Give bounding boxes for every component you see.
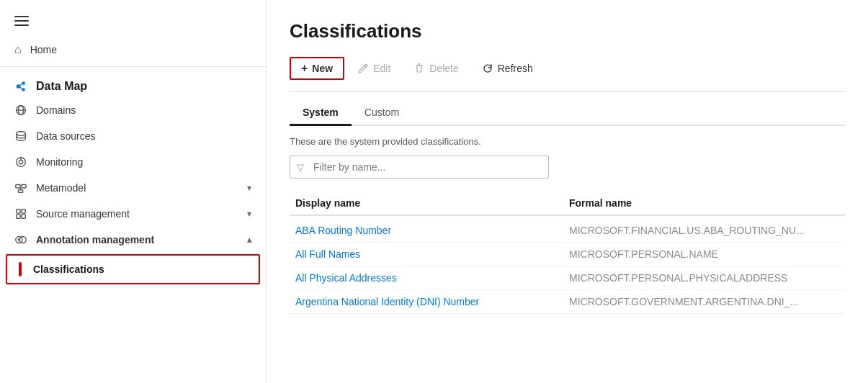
- filter-input[interactable]: [290, 156, 549, 179]
- svg-rect-18: [17, 215, 20, 218]
- data-sources-label: Data sources: [36, 130, 95, 142]
- sidebar-item-home[interactable]: ⌂ Home: [0, 36, 266, 67]
- sidebar-item-data-sources[interactable]: Data sources: [0, 123, 266, 149]
- row-3-formal: MICROSOFT.GOVERNMENT.ARGENTINA.DNI_...: [563, 296, 845, 307]
- table-header: Display name Formal name: [290, 192, 845, 216]
- sidebar-item-source-management[interactable]: Source management ▾: [0, 201, 266, 227]
- tab-custom-label: Custom: [364, 107, 399, 118]
- domains-icon: [14, 104, 27, 117]
- domains-label: Domains: [36, 104, 76, 116]
- active-indicator: [19, 262, 22, 276]
- svg-line-3: [20, 84, 22, 86]
- svg-rect-16: [17, 209, 20, 213]
- sidebar-datamap-label: Data Map: [36, 80, 87, 93]
- sidebar-item-metamodel[interactable]: Metamodel ▾: [0, 175, 266, 201]
- col-formal-name: Formal name: [563, 197, 845, 209]
- edit-icon: [357, 63, 369, 74]
- description-text: These are the system provided classifica…: [290, 136, 845, 147]
- classifications-active-label: Classifications: [33, 263, 104, 275]
- filter-icon: ▽: [297, 162, 304, 173]
- edit-button[interactable]: Edit: [347, 58, 401, 78]
- source-mgmt-chevron-icon: ▾: [247, 209, 251, 219]
- svg-rect-12: [16, 185, 20, 189]
- svg-point-2: [22, 88, 24, 91]
- sidebar-item-classifications-active[interactable]: Classifications: [6, 254, 260, 284]
- toolbar-divider: [290, 91, 845, 92]
- sidebar-item-monitoring[interactable]: Monitoring: [0, 149, 266, 175]
- svg-rect-19: [22, 215, 25, 218]
- new-button-label: New: [312, 63, 333, 74]
- source-management-label: Source management: [36, 208, 130, 220]
- table-row: All Physical Addresses MICROSOFT.PERSONA…: [290, 266, 845, 290]
- row-0-formal: MICROSOFT.FINANCIAL.US.ABA_ROUTING_NU...: [563, 225, 845, 236]
- table-row: Argentina National Identity (DNI) Number…: [290, 290, 845, 314]
- row-1-formal: MICROSOFT.PERSONAL.NAME: [563, 248, 845, 260]
- svg-rect-13: [22, 185, 26, 189]
- svg-rect-17: [22, 209, 25, 213]
- tab-system[interactable]: System: [290, 101, 352, 126]
- row-0-display[interactable]: ABA Routing Number: [290, 225, 563, 236]
- annotation-icon: [14, 233, 27, 246]
- refresh-button-label: Refresh: [498, 63, 533, 74]
- tab-custom[interactable]: Custom: [352, 101, 412, 126]
- svg-point-10: [19, 160, 22, 163]
- table-row: All Full Names MICROSOFT.PERSONAL.NAME: [290, 243, 845, 266]
- svg-point-21: [19, 237, 26, 243]
- datasources-icon: [14, 130, 27, 143]
- sidebar-section-datamap: Data Map: [0, 67, 266, 97]
- annotation-mgmt-chevron-icon: ▴: [247, 235, 251, 245]
- svg-rect-23: [417, 66, 421, 72]
- row-1-display[interactable]: All Full Names: [290, 248, 563, 260]
- annotation-management-label: Annotation management: [36, 234, 154, 245]
- new-button[interactable]: + New: [290, 57, 344, 80]
- svg-point-1: [22, 81, 24, 85]
- sidebar-home-label: Home: [30, 44, 57, 55]
- row-2-display[interactable]: All Physical Addresses: [290, 272, 563, 284]
- monitoring-icon: [14, 156, 27, 168]
- plus-icon: +: [301, 62, 308, 75]
- delete-icon: [413, 63, 425, 74]
- svg-line-4: [20, 87, 22, 89]
- datamap-icon: [14, 80, 27, 93]
- hamburger-button[interactable]: [0, 0, 266, 36]
- row-3-display[interactable]: Argentina National Identity (DNI) Number: [290, 296, 563, 307]
- sidebar: ⌂ Home Data Map Domains: [0, 0, 267, 383]
- sidebar-item-annotation-management[interactable]: Annotation management ▴: [0, 227, 266, 253]
- filter-container: ▽: [290, 156, 549, 179]
- sidebar-item-domains[interactable]: Domains: [0, 97, 266, 123]
- refresh-button[interactable]: Refresh: [472, 58, 543, 78]
- table-row: ABA Routing Number MICROSOFT.FINANCIAL.U…: [290, 219, 845, 243]
- main-content: Classifications + New Edit Delete: [267, 0, 868, 383]
- refresh-icon: [482, 63, 493, 74]
- metamodel-icon: [14, 181, 27, 194]
- edit-button-label: Edit: [373, 63, 390, 74]
- svg-rect-14: [18, 190, 22, 193]
- col-display-name: Display name: [290, 197, 563, 209]
- metamodel-chevron-icon: ▾: [247, 183, 251, 193]
- toolbar: + New Edit Delete Refresh: [290, 57, 845, 80]
- tab-system-label: System: [303, 107, 339, 118]
- source-mgmt-icon: [14, 207, 27, 220]
- svg-point-22: [18, 238, 21, 241]
- svg-point-0: [17, 84, 20, 88]
- page-title: Classifications: [290, 20, 845, 42]
- metamodel-label: Metamodel: [36, 182, 86, 194]
- monitoring-label: Monitoring: [36, 156, 83, 168]
- delete-button[interactable]: Delete: [403, 58, 468, 78]
- svg-point-8: [17, 132, 26, 135]
- row-2-formal: MICROSOFT.PERSONAL.PHYSICALADDRESS: [563, 272, 845, 284]
- home-icon: ⌂: [14, 43, 22, 56]
- delete-button-label: Delete: [429, 63, 458, 74]
- tab-bar: System Custom: [290, 101, 845, 126]
